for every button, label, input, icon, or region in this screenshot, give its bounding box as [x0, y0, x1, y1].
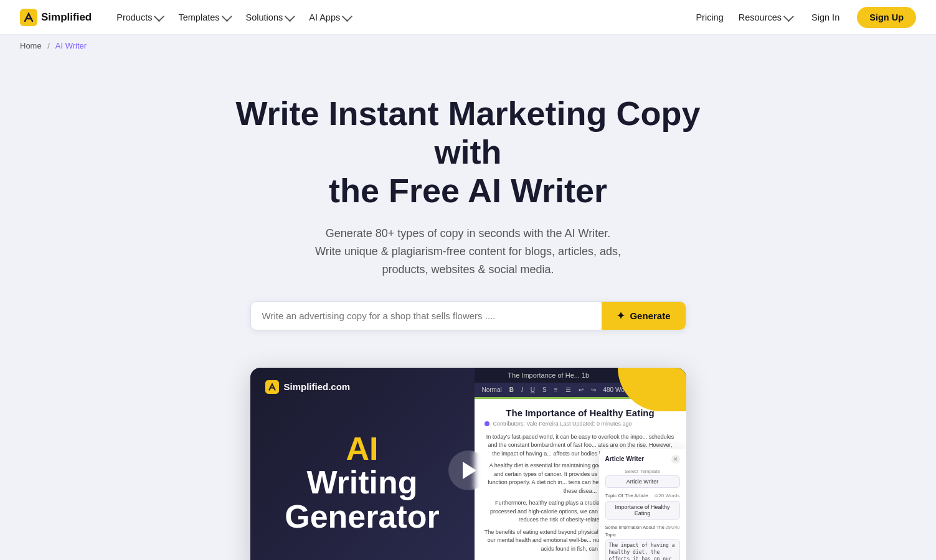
video-preview: Simplified.com AI WritingGenerator — [250, 368, 686, 560]
breadcrumb: Home / AI Writer — [0, 35, 936, 57]
nav-pricing[interactable]: Pricing — [693, 7, 726, 27]
hero-title: Write Instant Marketing Copy with the Fr… — [232, 94, 705, 210]
nav-resources[interactable]: Resources — [736, 7, 794, 27]
video-logo: Simplified.com — [265, 380, 351, 394]
nav-right: Pricing Resources Sign In Sign Up — [693, 7, 916, 28]
play-icon — [463, 462, 476, 479]
svg-rect-0 — [20, 9, 37, 26]
toolbar-undo[interactable]: ↩ — [576, 385, 586, 394]
generate-icon: ✦ — [617, 310, 625, 322]
nav-links: Products Templates Solutions AI Apps — [109, 7, 693, 27]
panel-info-subrow: Topic — [605, 532, 680, 538]
panel-topic-row: Topic Of The Article 4/20 Words — [605, 493, 680, 498]
chevron-down-icon — [783, 11, 794, 22]
video-inner: Simplified.com AI WritingGenerator — [250, 368, 686, 560]
video-left-panel: Simplified.com AI WritingGenerator — [250, 368, 475, 560]
panel-header: Article Writer ✕ — [605, 455, 680, 464]
nav-resources-label: Resources — [739, 12, 782, 22]
doc-h1: The Importance of Healthy Eating — [485, 408, 676, 418]
toolbar-underline[interactable]: U — [528, 385, 537, 394]
generate-button[interactable]: ✦ Generate — [602, 302, 685, 330]
nav-pricing-label: Pricing — [696, 12, 723, 22]
nav-solutions[interactable]: Solutions — [239, 7, 301, 27]
video-outer: Simplified.com AI WritingGenerator — [250, 368, 686, 560]
panel-info-textarea[interactable]: The impact of having a healthy diet, the… — [605, 539, 680, 560]
hero-section: Write Instant Marketing Copy with the Fr… — [126, 57, 811, 560]
toolbar-align[interactable]: ≡ — [552, 385, 560, 394]
panel-topic-label: Topic Of The Article — [605, 493, 648, 498]
nav-templates[interactable]: Templates — [171, 7, 237, 27]
panel-topic-count: 4/20 Words — [655, 493, 680, 498]
panel-info-row: Some Information About The 29/240 — [605, 525, 680, 530]
toolbar-italic[interactable]: I — [519, 385, 526, 394]
video-logo-text: Simplified.com — [284, 381, 351, 392]
svg-rect-1 — [265, 380, 279, 394]
toolbar-list[interactable]: ☰ — [563, 385, 574, 394]
panel-info-sublabel: Topic — [605, 532, 617, 538]
chevron-down-icon — [221, 11, 232, 22]
video-logo-icon — [265, 380, 279, 394]
nav-ai-apps-label: AI Apps — [309, 12, 340, 22]
signin-button[interactable]: Sign In — [804, 7, 847, 27]
panel-select-label: Select Template — [605, 469, 680, 474]
video-right-panel: The Importance of He... 1b 1635 / 250000… — [475, 368, 686, 560]
chevron-down-icon — [154, 11, 164, 22]
panel-info-label: Some Information About The — [605, 525, 664, 530]
toolbar-normal[interactable]: Normal — [480, 385, 504, 394]
breadcrumb-current: AI Writer — [55, 41, 87, 50]
logo-icon — [20, 9, 37, 26]
doc-meta: Contributors: Vale Ferreira Last Updated… — [485, 421, 676, 427]
breadcrumb-separator: / — [47, 41, 50, 50]
article-writer-panel: Article Writer ✕ Select Template Article… — [599, 449, 686, 560]
nav-products[interactable]: Products — [109, 7, 169, 27]
panel-template-select[interactable]: Article Writer — [605, 475, 680, 488]
panel-topic-input[interactable]: Importance of Healthy Eating — [605, 501, 680, 520]
search-bar: ✦ Generate — [250, 301, 686, 330]
toolbar-strike[interactable]: S — [540, 385, 549, 394]
hero-description: Generate 80+ types of copy in seconds wi… — [281, 225, 655, 278]
nav-templates-label: Templates — [178, 12, 219, 22]
logo-text: Simplified — [41, 11, 92, 24]
search-bar-wrapper: ✦ Generate — [138, 301, 798, 330]
toolbar-redo[interactable]: ↪ — [589, 385, 598, 394]
hero-title-line2: the Free AI Writer — [329, 172, 607, 209]
doc-meta-text: Contributors: Vale Ferreira Last Updated… — [493, 421, 632, 427]
toolbar-bold[interactable]: B — [507, 385, 516, 394]
search-input[interactable] — [251, 302, 602, 330]
video-title-text: WritingGenerator — [273, 465, 452, 533]
play-button[interactable] — [448, 450, 488, 490]
panel-info-count: 29/240 — [666, 525, 680, 530]
chevron-down-icon — [285, 11, 295, 22]
generate-button-label: Generate — [630, 310, 670, 321]
doc-content: The Importance of Healthy Eating Contrib… — [475, 399, 686, 560]
doc-meta-dot — [485, 421, 489, 426]
nav-solutions-label: Solutions — [246, 12, 283, 22]
breadcrumb-home[interactable]: Home — [20, 41, 42, 50]
video-ai-text: AI — [273, 432, 452, 466]
nav-ai-apps[interactable]: AI Apps — [301, 7, 357, 27]
logo[interactable]: Simplified — [20, 9, 92, 26]
chevron-down-icon — [342, 11, 352, 22]
nav-products-label: Products — [116, 12, 152, 22]
panel-title: Article Writer — [605, 455, 645, 462]
panel-close-button[interactable]: ✕ — [671, 455, 680, 464]
doc-title: The Importance of He... 1b — [481, 371, 617, 379]
signup-button[interactable]: Sign Up — [857, 7, 916, 28]
hero-title-line1: Write Instant Marketing Copy with — [235, 95, 700, 170]
